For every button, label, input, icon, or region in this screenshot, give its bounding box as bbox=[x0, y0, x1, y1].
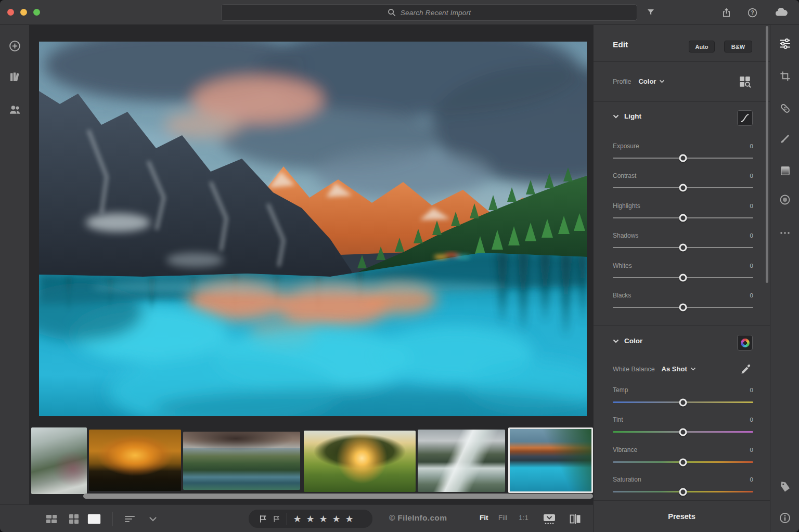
white-balance-dropdown[interactable]: As Shot bbox=[662, 365, 696, 373]
svg-text:?: ? bbox=[751, 10, 754, 16]
saturation-slider[interactable] bbox=[613, 491, 753, 492]
tool-rail bbox=[770, 25, 799, 532]
moraine-lake-photo bbox=[39, 42, 587, 416]
auto-button[interactable]: Auto bbox=[689, 41, 715, 53]
chevron-down-icon bbox=[613, 114, 619, 119]
bw-button[interactable]: B&W bbox=[724, 41, 752, 53]
linear-gradient-tool-icon[interactable] bbox=[778, 163, 792, 178]
light-section-header[interactable]: Light bbox=[613, 112, 641, 120]
slider-knob[interactable] bbox=[679, 154, 687, 162]
square-grid-view-icon[interactable] bbox=[67, 512, 81, 526]
rating-star-5[interactable]: ★ bbox=[343, 514, 356, 524]
filmstrip-scrollbar[interactable] bbox=[83, 494, 593, 499]
rating-star-1[interactable]: ★ bbox=[291, 514, 304, 524]
presets-button[interactable]: Presets bbox=[594, 500, 770, 532]
filter-funnel-icon[interactable] bbox=[643, 5, 658, 20]
edit-panel-title: Edit bbox=[613, 40, 628, 49]
chevron-down-icon[interactable] bbox=[146, 512, 160, 526]
rating-star-2[interactable]: ★ bbox=[304, 514, 317, 524]
vibrance-slider[interactable] bbox=[613, 461, 753, 463]
zoom-fill-button[interactable]: Fill bbox=[498, 514, 507, 522]
shadows-slider[interactable] bbox=[613, 247, 753, 248]
profile-browser-icon[interactable] bbox=[738, 75, 752, 90]
slider-value: 0 bbox=[750, 387, 753, 393]
slider-knob[interactable] bbox=[679, 304, 687, 312]
slider-label: Shadows bbox=[613, 232, 638, 239]
slider-label: Highlights bbox=[613, 202, 640, 210]
slider-value: 0 bbox=[750, 173, 753, 179]
slider-knob[interactable] bbox=[679, 488, 687, 496]
zoom-1to1-button[interactable]: 1:1 bbox=[519, 514, 529, 522]
exposure-slider[interactable] bbox=[613, 158, 753, 159]
filmstrip-toggle-icon[interactable] bbox=[542, 512, 557, 526]
edit-panel-scrollbar[interactable] bbox=[766, 26, 768, 283]
search-input[interactable]: Search Recent Import bbox=[221, 4, 637, 21]
main-canvas-area bbox=[29, 25, 593, 504]
albums-icon[interactable] bbox=[7, 70, 22, 84]
profile-value-dropdown[interactable]: Color bbox=[638, 77, 665, 85]
slider-label: Exposure bbox=[613, 142, 639, 150]
toolbar-divider bbox=[112, 512, 113, 526]
zoom-fit-button[interactable]: Fit bbox=[480, 514, 488, 522]
chevron-down-icon bbox=[613, 339, 619, 343]
color-section-header[interactable]: Color bbox=[613, 337, 642, 345]
slider-label: Vibrance bbox=[613, 446, 637, 453]
filmstrip-thumbnail-golden-sunset[interactable] bbox=[89, 430, 181, 491]
detail-view-icon-active[interactable] bbox=[87, 512, 101, 526]
pick-flag-icon[interactable] bbox=[256, 514, 269, 524]
radial-gradient-tool-icon[interactable] bbox=[778, 192, 792, 207]
blacks-slider[interactable] bbox=[613, 307, 753, 308]
slider-knob[interactable] bbox=[679, 214, 687, 222]
color-wheel-icon bbox=[741, 339, 750, 347]
whites-slider[interactable] bbox=[613, 277, 753, 278]
contrast-slider[interactable] bbox=[613, 187, 753, 188]
slider-value: 0 bbox=[750, 232, 753, 239]
crop-tool-icon[interactable] bbox=[778, 69, 792, 83]
zoom-window-button[interactable] bbox=[33, 9, 40, 16]
help-icon[interactable]: ? bbox=[745, 5, 759, 20]
exposure-slider-row: Exposure0 bbox=[613, 142, 753, 159]
tone-curve-icon[interactable] bbox=[737, 110, 753, 126]
keywords-tag-icon[interactable] bbox=[778, 479, 792, 494]
color-mixer-icon[interactable] bbox=[737, 335, 753, 351]
before-after-compare-icon[interactable] bbox=[568, 512, 583, 526]
white-balance-eyedropper-icon[interactable] bbox=[740, 363, 752, 378]
photo-canvas[interactable] bbox=[39, 42, 587, 416]
slider-label: Temp bbox=[613, 386, 628, 394]
sort-icon[interactable] bbox=[123, 512, 137, 526]
cloud-sync-icon[interactable] bbox=[774, 5, 789, 20]
rating-star-3[interactable]: ★ bbox=[317, 514, 330, 524]
minimize-window-button[interactable] bbox=[20, 9, 27, 16]
slider-knob[interactable] bbox=[679, 398, 687, 406]
slider-knob[interactable] bbox=[679, 274, 687, 282]
search-placeholder: Search Recent Import bbox=[401, 9, 471, 17]
slider-knob[interactable] bbox=[679, 428, 687, 436]
filmstrip-thumbnail-sunburst-tree[interactable] bbox=[304, 431, 416, 492]
chevron-down-icon bbox=[659, 80, 665, 83]
filmstrip-thumbnail-moraine-lake-selected[interactable] bbox=[508, 427, 593, 493]
whites-slider-row: Whites0 bbox=[613, 262, 753, 278]
more-tools-icon[interactable] bbox=[778, 226, 792, 240]
white-balance-label: White Balance bbox=[613, 366, 655, 373]
close-window-button[interactable] bbox=[7, 9, 14, 16]
slider-knob[interactable] bbox=[679, 244, 687, 252]
slider-knob[interactable] bbox=[679, 184, 687, 192]
reject-flag-icon[interactable] bbox=[269, 515, 283, 523]
filmstrip-thumbnail-snowy-trail[interactable] bbox=[31, 427, 87, 494]
healing-brush-tool-icon[interactable] bbox=[778, 101, 792, 115]
add-photos-icon[interactable] bbox=[7, 38, 22, 53]
highlights-slider[interactable] bbox=[613, 217, 753, 218]
slider-knob[interactable] bbox=[679, 458, 687, 466]
photo-grid-view-icon[interactable] bbox=[44, 512, 59, 526]
info-icon[interactable] bbox=[778, 511, 792, 525]
brush-tool-icon[interactable] bbox=[778, 131, 792, 146]
filmstrip-thumbnail-valley-storm[interactable] bbox=[183, 432, 300, 490]
slider-label: Tint bbox=[613, 416, 623, 423]
filmstrip-thumbnail-rocky-falls[interactable] bbox=[418, 430, 505, 492]
share-icon[interactable] bbox=[719, 5, 733, 20]
temp-slider[interactable] bbox=[613, 401, 753, 403]
edit-tool-icon-active[interactable] bbox=[778, 36, 792, 51]
rating-star-4[interactable]: ★ bbox=[330, 514, 343, 524]
tint-slider[interactable] bbox=[613, 431, 753, 433]
people-icon[interactable] bbox=[7, 102, 22, 116]
